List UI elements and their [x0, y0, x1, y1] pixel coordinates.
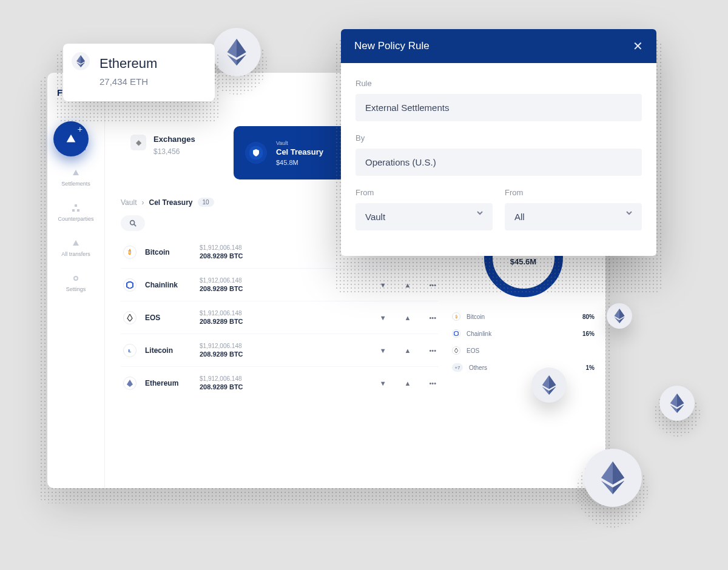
add-button[interactable]: + [53, 121, 89, 156]
legend-row: Bitcoin80% [452, 312, 595, 321]
eth-icon [123, 377, 136, 390]
legend-row: Chainlink16% [452, 329, 595, 338]
more-icon[interactable]: ••• [429, 314, 436, 321]
withdraw-icon[interactable]: ▼ [380, 380, 386, 387]
ethereum-medallion [607, 303, 632, 329]
asset-name: EOS [145, 314, 200, 322]
vault-name: Cel Treasury [276, 147, 323, 156]
counterparties-icon [72, 204, 80, 212]
by-input[interactable] [356, 149, 642, 176]
others-chip: +7 [452, 363, 463, 372]
ethereum-medallion [212, 28, 261, 76]
popover-title: Ethereum [99, 56, 201, 72]
link-icon [123, 278, 136, 292]
rule-label: Rule [356, 79, 642, 88]
deposit-icon[interactable]: ▲ [405, 347, 411, 354]
legend-name: EOS [467, 347, 479, 354]
popover-amount: 27,434 ETH [99, 76, 201, 87]
asset-row[interactable]: Litecoin $1,912,006.148 208.9289 BTC ▼ ▲… [121, 334, 439, 367]
withdraw-icon[interactable]: ▼ [380, 347, 386, 354]
asset-usd: $1,912,006.148 [200, 277, 243, 284]
svg-point-17 [74, 277, 78, 280]
svg-marker-24 [67, 135, 76, 142]
exchanges-icon: ◆ [130, 135, 146, 150]
sidebar-item-settlements[interactable]: Settlements [61, 169, 90, 187]
breadcrumb-count: 10 [198, 198, 214, 207]
asset-qty: 208.9289 BTC [200, 350, 243, 358]
asset-name: Bitcoin [145, 248, 200, 256]
asset-row[interactable]: EOS $1,912,006.148 208.9289 BTC ▼ ▲ ••• [121, 301, 439, 334]
btc-icon [452, 312, 460, 321]
allocation-legend: Bitcoin80%Chainlink16%EOS+7Others1% [452, 312, 595, 372]
svg-rect-15 [77, 209, 79, 212]
vault-shield-icon [243, 140, 269, 166]
legend-name: Others [469, 364, 487, 371]
legend-pct: 80% [582, 314, 595, 320]
legend-pct: 16% [582, 330, 595, 337]
asset-usd: $1,912,006.148 [200, 375, 243, 382]
gear-icon [72, 274, 80, 283]
legend-row: +7Others1% [452, 363, 595, 372]
modal-header: New Policy Rule ✕ [341, 29, 656, 63]
chevron-right-icon: › [141, 198, 144, 207]
asset-qty: 208.9289 BTC [200, 318, 243, 325]
from-label-2: From [505, 188, 642, 197]
svg-point-18 [130, 221, 135, 225]
sidebar-item-counterparties[interactable]: Counterparties [58, 204, 93, 222]
withdraw-icon[interactable]: ▼ [380, 314, 386, 321]
vault-card[interactable]: Vault Cel Treasury $45.8M [234, 126, 352, 179]
upload-icon [64, 132, 78, 146]
deposit-icon[interactable]: ▲ [405, 314, 411, 321]
more-icon[interactable]: ••• [429, 380, 436, 387]
eos-icon [452, 346, 460, 355]
rule-input[interactable] [356, 94, 642, 121]
breadcrumb-root[interactable]: Vault [121, 198, 136, 207]
sidebar-item-label: Settings [66, 286, 86, 292]
from-select-2[interactable] [505, 203, 642, 230]
new-policy-modal: New Policy Rule ✕ Rule By From From [341, 29, 656, 256]
svg-rect-14 [72, 209, 75, 212]
vault-tag: Vault [276, 140, 323, 146]
search-icon [129, 220, 136, 227]
asset-qty: 208.9289 BTC [200, 383, 243, 391]
search-button[interactable] [121, 215, 145, 231]
asset-name: Chainlink [145, 281, 200, 289]
transfers-icon [72, 239, 80, 247]
asset-row[interactable]: Ethereum $1,912,006.148 208.9289 BTC ▼ ▲… [121, 367, 439, 399]
asset-popover: Ethereum 27,434 ETH [63, 44, 215, 101]
link-icon [452, 329, 460, 338]
asset-usd: $1,912,006.148 [200, 343, 243, 349]
from-label-1: From [356, 188, 493, 197]
exchanges-label: Exchanges [153, 135, 195, 144]
sidebar-item-label: All transfers [61, 251, 90, 257]
ethereum-medallion [531, 367, 567, 403]
asset-name: Ethereum [145, 379, 200, 387]
breadcrumb-current: Cel Treasury [149, 198, 192, 207]
deposit-icon[interactable]: ▲ [405, 380, 411, 387]
asset-qty: 208.9289 BTC [200, 252, 243, 260]
svg-line-19 [134, 224, 136, 226]
by-label: By [356, 133, 642, 142]
from-select-1[interactable] [356, 203, 493, 230]
asset-qty: 208.9289 BTC [200, 285, 243, 292]
ethereum-icon [72, 52, 90, 70]
ethereum-medallion [659, 386, 695, 421]
asset-usd: $1,912,006.148 [200, 244, 243, 251]
legend-name: Chainlink [467, 330, 491, 337]
btc-icon [123, 246, 136, 259]
asset-name: Litecoin [145, 346, 200, 355]
legend-row: EOS [452, 346, 595, 355]
close-icon[interactable]: ✕ [633, 40, 643, 52]
exchanges-card[interactable]: ◆ Exchanges $13,456 [121, 126, 224, 179]
settlements-icon [72, 169, 80, 177]
sidebar-item-label: Counterparties [58, 216, 93, 222]
svg-marker-12 [73, 170, 79, 175]
ethereum-medallion [584, 449, 642, 507]
legend-pct: 1% [586, 364, 595, 371]
svg-marker-16 [73, 240, 79, 246]
sidebar-item-transfers[interactable]: All transfers [61, 239, 90, 257]
modal-title: New Policy Rule [354, 40, 430, 52]
more-icon[interactable]: ••• [429, 347, 436, 354]
plus-icon: + [78, 125, 83, 133]
sidebar-item-settings[interactable]: Settings [66, 274, 86, 292]
